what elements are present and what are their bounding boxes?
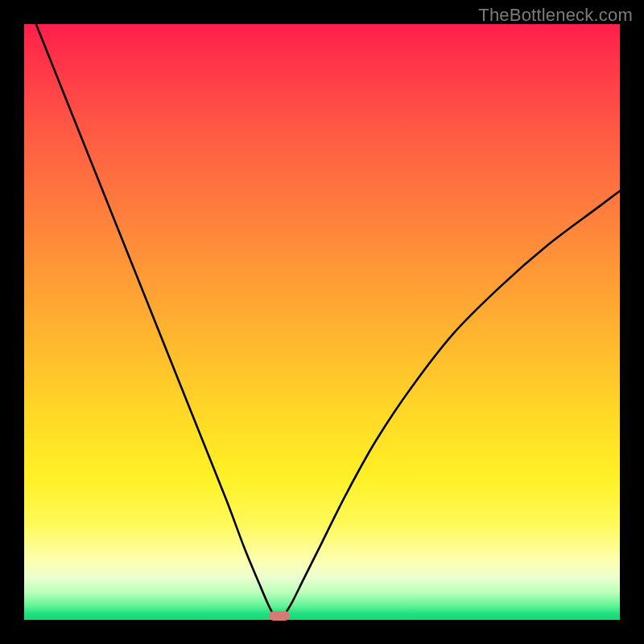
curve-left-branch <box>36 24 274 614</box>
minimum-marker <box>269 611 290 621</box>
curve-svg <box>24 24 620 620</box>
plot-area <box>24 24 620 620</box>
chart-frame: TheBottleneck.com <box>0 0 644 644</box>
curve-right-branch <box>285 191 620 613</box>
watermark-text: TheBottleneck.com <box>478 5 633 26</box>
